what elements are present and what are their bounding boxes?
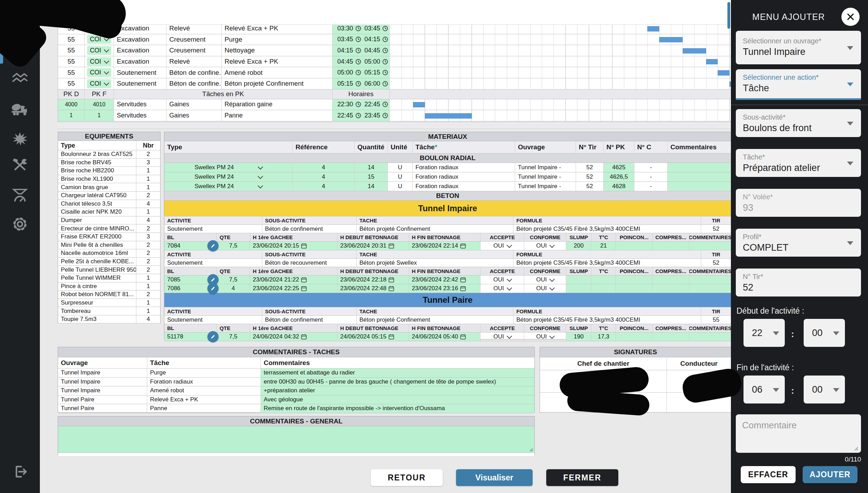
fin-time[interactable]: 04:45 [361,47,380,54]
type-select[interactable]: Swellex PM 24 [164,172,293,181]
qte-cell[interactable]: 7,5 [217,333,250,341]
close-button[interactable] [841,8,860,26]
quantite-cell[interactable]: 15 [355,172,388,181]
effacer-button[interactable]: EFFACER [741,466,796,483]
npk-cell[interactable]: 4626,5 [604,172,634,181]
comment-text[interactable]: terrassement et abattage du radier [261,369,534,377]
slump-cell[interactable] [566,276,591,284]
comment-text[interactable]: Avec géologue [261,395,534,404]
slump-cell[interactable]: 190 [566,333,591,341]
bl-cell[interactable]: 7086 [164,284,217,293]
sidebar-item-blast[interactable] [12,130,28,147]
poincon-cell[interactable] [616,276,653,284]
debut-time[interactable]: 03:45 [334,36,353,43]
npk-cell[interactable]: 4625 [604,163,634,172]
type-select[interactable]: Swellex PM 24 [164,182,293,191]
status-dropdown[interactable]: COI [87,46,111,55]
commentaire-textarea[interactable]: Commentaire [736,414,861,453]
debut-betonnage-cell[interactable]: 23/06/2024 22:48 [337,284,409,293]
compres-cell[interactable] [653,276,689,284]
conforme-select[interactable]: OUI [524,333,566,341]
debut-betonnage-cell[interactable]: 24/06/2024 05:15 [337,333,409,341]
fin-betonnage-cell[interactable]: 23/06/2024 22:42 [409,276,481,284]
resize-handle-icon[interactable] [528,447,533,452]
tache-select[interactable]: Tâche* Préparation atelier [736,149,861,177]
fin-time[interactable]: 05:15 [361,69,380,76]
debut-time[interactable]: 22:30 [334,101,353,108]
fin-time[interactable]: 04:15 [361,36,380,43]
npk-cell[interactable]: 4628 [604,182,634,191]
fin-hour-select[interactable]: 06 [744,376,785,403]
fin-time[interactable]: 23:45 [361,112,380,119]
qte-cell[interactable]: 7,5 [217,276,250,284]
slump-cell[interactable]: 200 [566,242,591,250]
debut-betonnage-cell[interactable]: 23/06/2024 20:31 [337,242,409,250]
sidebar-item-logout[interactable] [12,463,28,480]
profil-select[interactable]: Profil* COMPLET [736,229,861,257]
fin-time[interactable]: 05:00 [361,58,380,65]
pkd-cell[interactable]: 1 [58,110,85,121]
gantt-bar[interactable] [659,37,683,42]
sidebar-item-tools[interactable] [12,157,28,173]
volee-input[interactable]: N° Volée* 93 [736,189,861,217]
vertical-scrollbar[interactable] [727,2,730,29]
compres-cell[interactable] [653,242,689,250]
debut-minute-select[interactable]: 00 [804,319,845,347]
comment-text[interactable]: entre 00H30 au 00H45 - panne de bras gau… [261,378,534,386]
fin-time[interactable]: 06:00 [361,80,380,87]
conforme-select[interactable]: OUI [524,276,566,284]
tir-input[interactable]: N° Tir* 52 [736,269,861,296]
quantite-cell[interactable]: 14 [355,182,388,191]
gantt-bar[interactable] [647,26,659,31]
fin-betonnage-cell[interactable]: 23/06/2024 23:16 [409,284,481,293]
debut-time[interactable]: 05:00 [334,69,353,76]
pkf-cell[interactable]: 4010 [85,99,114,110]
fermer-button[interactable]: FERMER [546,469,618,486]
conforme-select[interactable]: OUI [524,242,566,250]
commentaires-cell[interactable] [668,172,731,181]
gantt-bar[interactable] [683,48,706,53]
accepte-select[interactable]: OUI [481,333,524,341]
debut-hour-select[interactable]: 22 [744,319,785,347]
gachee-cell[interactable]: 23/06/2024 21:22 [250,276,337,284]
compres-cell[interactable] [653,333,689,341]
commentaires-cell[interactable] [668,163,731,172]
reference-cell[interactable]: 4 [293,163,355,172]
sidebar-item-waves[interactable] [12,69,28,86]
sidebar-item-mixer-truck[interactable] [12,101,28,117]
bl-cell[interactable]: 51178 [164,333,217,341]
visualiser-button[interactable]: Visualiser [456,469,533,486]
gachee-cell[interactable]: 23/06/2024 22:25 [250,284,337,293]
edit-button[interactable] [207,283,219,294]
pkd-cell[interactable]: 4000 [58,99,85,110]
bl-cell[interactable]: 7084 [164,242,217,250]
ajouter-button[interactable]: AJOUTER [803,466,858,483]
tc-cell[interactable] [591,284,616,293]
fin-time[interactable]: 22:45 [361,101,380,108]
commentaires-cell[interactable] [668,182,731,191]
qte-cell[interactable]: 4 [217,284,250,293]
tc-cell[interactable] [591,276,616,284]
edit-button[interactable] [207,240,219,251]
reference-cell[interactable]: 4 [293,172,355,181]
status-dropdown[interactable]: COI [87,79,111,88]
gantt-bar[interactable] [706,59,718,64]
comment-text[interactable]: Remise en route de l'aspirante impossibl… [261,404,534,413]
conforme-select[interactable]: OUI [524,284,566,293]
commentaires-cell[interactable] [689,242,731,250]
debut-time[interactable]: 03:30 [334,25,353,32]
debut-time[interactable]: 22:45 [334,112,353,119]
status-dropdown[interactable]: COI [87,57,111,66]
tc-cell[interactable]: 21 [591,242,616,250]
reference-cell[interactable]: 4 [293,182,355,191]
debut-time[interactable]: 05:15 [334,80,353,87]
retour-button[interactable]: RETOUR [371,469,443,486]
poincon-cell[interactable] [616,333,653,341]
sidebar-item-gauge[interactable] [12,187,28,204]
type-select[interactable]: Swellex PM 24 [164,163,293,172]
gantt-bar[interactable] [425,113,472,119]
comment-text[interactable]: +préparation atelier [261,386,534,395]
accepte-select[interactable]: OUI [481,284,524,293]
resize-handle-icon[interactable] [853,446,858,451]
edit-button[interactable] [207,331,219,342]
